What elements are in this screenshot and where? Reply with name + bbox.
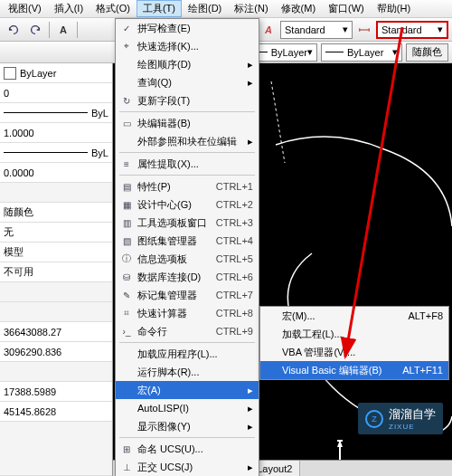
prop-sep4 — [0, 422, 112, 476]
properties-icon: ▤ — [119, 179, 134, 194]
menu-help[interactable]: 帮助(H) — [371, 0, 417, 17]
menu-annotate[interactable]: 标注(N) — [228, 0, 274, 17]
spellcheck-icon: ✓ — [119, 21, 134, 35]
menu-tools[interactable]: 工具(T) — [137, 0, 182, 17]
mi-script[interactable]: 运行脚本(R)... — [116, 363, 259, 381]
prop-y[interactable]: 3096290.836 — [0, 342, 112, 362]
mi-dataextract[interactable]: ≡属性提取(X)... — [116, 155, 259, 173]
smi-vbamgr[interactable]: VBA 管理器(V)... — [260, 343, 448, 361]
mi-spellcheck[interactable]: ✓拼写检查(E) — [116, 19, 259, 37]
block-icon: ▭ — [119, 116, 134, 130]
textstyle-combo[interactable]: Standard▾ — [280, 21, 353, 39]
prop-sep1 — [0, 183, 112, 203]
mi-macro[interactable]: 宏(A)▸ — [116, 381, 259, 399]
dimstyle-icon[interactable] — [354, 20, 374, 40]
prop-sep3 — [0, 362, 112, 382]
mi-markup[interactable]: ✎标记集管理器CTRL+7 — [116, 286, 259, 304]
lineweight-combo[interactable]: ByLayer▾ — [321, 43, 402, 62]
properties-panel: ByLayer 0 ByL 1.0000 ByL 0.0000 随颜色 无 模型… — [0, 63, 113, 476]
prop-ltscale[interactable]: 1.0000 — [0, 123, 112, 143]
tools-dropdown: ✓拼写检查(E) ⌖快速选择(K)... 绘图顺序(D)▸ 查询(Q)▸ ↻更新… — [115, 18, 259, 476]
mi-properties[interactable]: ▤特性(P)CTRL+1 — [116, 177, 259, 195]
mi-blockeditor[interactable]: ▭块编辑器(B) — [116, 114, 259, 132]
watermark-logo-icon: Z — [365, 410, 383, 428]
mi-quickselect[interactable]: ⌖快速选择(K)... — [116, 37, 259, 55]
menu-draw[interactable]: 绘图(D) — [182, 0, 228, 17]
update-icon: ↻ — [119, 93, 134, 108]
palette-icon: ▥ — [119, 215, 134, 230]
menu-modify[interactable]: 修改(M) — [275, 0, 323, 17]
prop-sep2 — [0, 282, 112, 302]
style-a-icon[interactable]: A — [259, 20, 278, 40]
db-icon: ⛁ — [119, 270, 134, 284]
prop-linetype[interactable]: ByL — [0, 103, 112, 123]
mi-displayimage[interactable]: 显示图像(Y)▸ — [116, 417, 259, 435]
dimstyle-combo[interactable]: Standard▾ — [376, 21, 448, 39]
smi-loadproj[interactable]: 加载工程(L)... — [260, 325, 448, 343]
ortho-icon: ⊥ — [119, 460, 134, 474]
mi-infomgr[interactable]: ⓘ信息选项板CTRL+5 — [116, 250, 259, 268]
mi-sheetset[interactable]: ▧图纸集管理器CTRL+4 — [116, 232, 259, 250]
smi-macro[interactable]: 宏(M)...ALT+F8 — [260, 307, 448, 325]
text-icon[interactable]: A — [53, 20, 73, 40]
cmd-icon: ›_ — [119, 324, 134, 338]
mi-xref[interactable]: 外部参照和块在位编辑▸ — [116, 132, 259, 150]
markup-icon: ✎ — [119, 288, 134, 302]
smi-vbe[interactable]: Visual Basic 编辑器(B)ALT+F11 — [260, 361, 448, 379]
mi-quickcalc[interactable]: ⌗快速计算器CTRL+8 — [116, 304, 259, 322]
info-icon: ⓘ — [119, 252, 134, 266]
menu-window[interactable]: 窗口(W) — [322, 0, 371, 17]
mi-designcenter[interactable]: ▦设计中心(G)CTRL+2 — [116, 195, 259, 214]
designcenter-icon: ▦ — [119, 197, 134, 212]
mi-updatefields[interactable]: ↻更新字段(T) — [116, 91, 259, 109]
menubar: 视图(V) 插入(I) 格式(O) 工具(T) 绘图(D) 标注(N) 修改(M… — [0, 0, 452, 18]
mi-toolpalettes[interactable]: ▥工具选项板窗口CTRL+3 — [116, 214, 259, 232]
prop-lineweight[interactable]: ByL — [0, 143, 112, 163]
menu-format[interactable]: 格式(O) — [89, 0, 137, 17]
mi-inquiry[interactable]: 查询(Q)▸ — [116, 73, 259, 91]
menu-insert[interactable]: 插入(I) — [48, 0, 89, 17]
extract-icon: ≡ — [119, 157, 134, 171]
prop-thickness[interactable]: 0.0000 — [0, 163, 112, 183]
prop-sep2b — [0, 302, 112, 322]
macro-submenu: 宏(M)...ALT+F8 加载工程(L)... VBA 管理器(V)... V… — [259, 306, 449, 380]
quickselect-icon: ⌖ — [119, 39, 134, 53]
mi-commandline[interactable]: ›_命令行CTRL+9 — [116, 322, 259, 340]
mi-orthoUCS[interactable]: ⊥正交 UCS(J)▸ — [116, 458, 259, 476]
prop-na[interactable]: 不可用 — [0, 262, 112, 282]
redo-icon[interactable] — [25, 20, 45, 40]
watermark: Z 溜溜自学 ZIXUE — [358, 403, 443, 434]
prop-w[interactable]: 17388.5989 — [0, 382, 112, 402]
sheetset-icon: ▧ — [119, 233, 134, 248]
menu-view[interactable]: 视图(V) — [2, 0, 48, 17]
ucs-icon: ⊞ — [119, 442, 134, 456]
mi-namedUCS[interactable]: ⊞命名 UCS(U)... — [116, 440, 259, 458]
calc-icon: ⌗ — [119, 306, 134, 320]
prop-model[interactable]: 模型 — [0, 243, 112, 262]
mi-draworder[interactable]: 绘图顺序(D)▸ — [116, 55, 259, 73]
prop-x[interactable]: 36643088.27 — [0, 322, 112, 342]
prop-layer[interactable]: 0 — [0, 83, 112, 103]
prop-h[interactable]: 45145.8628 — [0, 402, 112, 422]
color-button[interactable]: 随颜色 — [406, 43, 448, 62]
undo-icon[interactable] — [4, 20, 24, 40]
mi-autolisp[interactable]: AutoLISP(I)▸ — [116, 399, 259, 417]
prop-plotstyle[interactable]: 随颜色 — [0, 203, 112, 223]
mi-dbconnect[interactable]: ⛁数据库连接(D)CTRL+6 — [116, 268, 259, 286]
mi-loadapp[interactable]: 加载应用程序(L)... — [116, 345, 259, 363]
prop-none[interactable]: 无 — [0, 223, 112, 243]
prop-color[interactable]: ByLayer — [0, 63, 112, 83]
